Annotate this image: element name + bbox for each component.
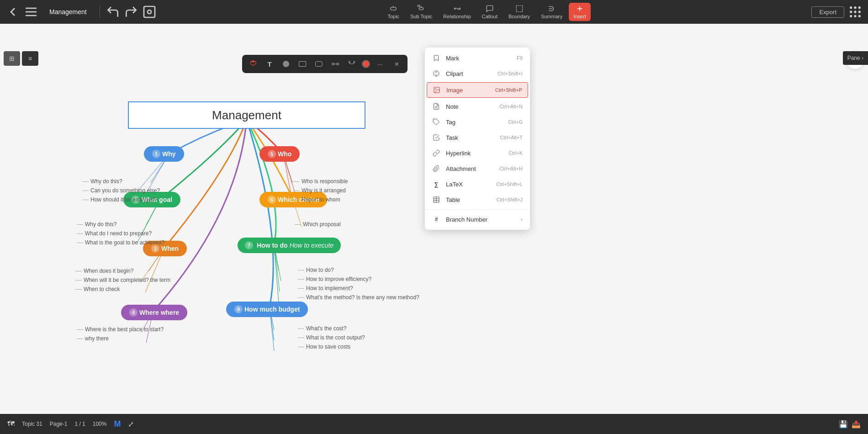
float-toolbar: T ··· ✕ bbox=[242, 55, 408, 73]
ft-circle-button[interactable] bbox=[280, 58, 292, 70]
dd-note-label: Note bbox=[446, 103, 494, 110]
ft-color-picker[interactable] bbox=[362, 60, 370, 68]
whatgoal-subitem-2: What do I need to prepare? bbox=[77, 230, 164, 237]
dd-attachment-label: Attachment bbox=[446, 165, 494, 172]
app-title: Management bbox=[42, 8, 94, 16]
topic-count: Topic 31 bbox=[22, 421, 42, 427]
back-button[interactable] bbox=[5, 5, 20, 19]
why-subitems: Why do this? Can you do something else? … bbox=[82, 178, 160, 206]
dd-clipart[interactable]: Clipart Ctrl+Shift+I bbox=[425, 66, 530, 81]
why-subitem-1: Why do this? bbox=[82, 178, 160, 185]
who-subitem-1: Who is responsible bbox=[293, 178, 348, 185]
svg-point-27 bbox=[337, 63, 339, 65]
dd-attachment[interactable]: Attachment Ctrl+Alt+H bbox=[425, 161, 530, 176]
node-howmuchbudget[interactable]: 8 How much budget bbox=[226, 302, 308, 317]
svg-point-29 bbox=[349, 61, 350, 63]
node-howtodo-sublabel: How to execute bbox=[290, 242, 334, 249]
tool-callout[interactable]: Callout bbox=[477, 3, 502, 21]
tool-subtopic[interactable]: Sub Topic bbox=[406, 3, 437, 21]
svg-rect-3 bbox=[144, 6, 155, 17]
tool-relationship[interactable]: Relationship bbox=[439, 3, 476, 21]
when-subitem-2: When will it be completed? the term bbox=[75, 277, 170, 283]
grid-view-button[interactable]: ⊞ bbox=[4, 51, 20, 66]
attachment-icon bbox=[432, 164, 440, 173]
apps-button[interactable] bbox=[848, 5, 863, 19]
expand-button[interactable]: ⤢ bbox=[128, 420, 134, 429]
whichchoice-subitem-1: Which proposal bbox=[295, 221, 341, 228]
dd-note[interactable]: Note Ctrl+Alt+N bbox=[425, 99, 530, 114]
ft-text-button[interactable]: T bbox=[263, 58, 276, 70]
when-subitems: When does it begin? When will it be comp… bbox=[75, 268, 170, 295]
canvas[interactable]: ⊞ ≡ T ··· ✕ bbox=[0, 24, 868, 434]
share-status-button[interactable]: 📤 bbox=[852, 420, 861, 429]
node-where-label: Where where bbox=[139, 309, 179, 316]
ft-close-button[interactable]: ✕ bbox=[390, 58, 403, 70]
node-who[interactable]: 5 Who bbox=[259, 146, 300, 162]
ft-rounded-rect-button[interactable] bbox=[312, 58, 325, 70]
tool-summary[interactable]: Summary bbox=[536, 3, 567, 21]
tool-boundary[interactable]: Boundary bbox=[504, 3, 535, 21]
node-who-num: 5 bbox=[268, 150, 276, 158]
tool-relationship-label: Relationship bbox=[443, 14, 471, 19]
whichchoice-subitems: Which proposal bbox=[295, 221, 341, 230]
list-view-button[interactable]: ≡ bbox=[22, 51, 38, 66]
dd-clipart-label: Clipart bbox=[446, 70, 492, 77]
node-where[interactable]: 4 Where where bbox=[121, 305, 187, 320]
svg-point-24 bbox=[854, 15, 856, 17]
ft-style-button[interactable] bbox=[247, 58, 259, 70]
tool-topic-label: Topic bbox=[387, 14, 399, 19]
pane-label[interactable]: Pane › bbox=[843, 51, 868, 65]
branchnumber-icon: # bbox=[432, 215, 440, 223]
save-status-button[interactable]: 💾 bbox=[839, 420, 848, 429]
tool-insert[interactable]: Insert bbox=[569, 3, 591, 21]
when-subitem-3: When to check bbox=[75, 286, 170, 292]
dd-table[interactable]: Table Ctrl+Shift+J bbox=[425, 192, 530, 207]
dd-image-shortcut: Ctrl+Shift+P bbox=[495, 87, 522, 93]
save-button[interactable] bbox=[142, 5, 157, 19]
svg-rect-5 bbox=[391, 7, 396, 10]
tool-callout-label: Callout bbox=[482, 14, 498, 19]
howtodo-subitem-3: How to implement? bbox=[298, 285, 419, 291]
export-button[interactable]: Export bbox=[811, 6, 844, 18]
node-howmuchbudget-num: 8 bbox=[234, 305, 243, 313]
why-subitem-2: Can you do something else? bbox=[82, 187, 160, 194]
ft-branch-button[interactable] bbox=[345, 58, 358, 70]
ft-rect-button[interactable] bbox=[296, 58, 309, 70]
dd-note-shortcut: Ctrl+Alt+N bbox=[499, 104, 523, 109]
svg-line-42 bbox=[274, 245, 279, 302]
brand-logo: M bbox=[114, 419, 121, 429]
dd-latex[interactable]: ∑ LaTeX Ctrl+Shift+L bbox=[425, 176, 530, 192]
central-topic[interactable]: Management bbox=[128, 101, 365, 129]
dd-hyperlink[interactable]: Hyperlink Ctrl+K bbox=[425, 145, 530, 161]
menu-button[interactable] bbox=[24, 5, 38, 19]
svg-point-10 bbox=[454, 8, 455, 10]
node-why[interactable]: 1 Why bbox=[144, 146, 184, 162]
howtodo-subitem-4: What's the method? Is there any new meth… bbox=[298, 294, 419, 301]
node-howtodo-num: 7 bbox=[245, 241, 253, 249]
howtodo-subitem-1: How to do? bbox=[298, 267, 419, 273]
dd-mark[interactable]: Mark F9 bbox=[425, 50, 530, 66]
ft-connect-button[interactable] bbox=[329, 58, 342, 70]
dd-task[interactable]: Task Ctrl+Alt+T bbox=[425, 130, 530, 145]
redo-button[interactable] bbox=[124, 5, 138, 19]
svg-point-30 bbox=[354, 61, 355, 63]
svg-point-26 bbox=[332, 63, 334, 65]
tool-topic[interactable]: Topic bbox=[383, 3, 404, 21]
map-icon-button[interactable]: 🗺 bbox=[7, 420, 15, 428]
dd-divider bbox=[425, 209, 530, 210]
node-howtodo[interactable]: 7 How to do How to execute bbox=[238, 238, 341, 253]
dd-branchnumber[interactable]: # Branch Number › bbox=[425, 212, 530, 227]
dd-tag-shortcut: Ctrl+G bbox=[508, 119, 523, 125]
dd-latex-label: LaTeX bbox=[446, 181, 491, 188]
task-icon bbox=[432, 133, 440, 142]
ft-more-button[interactable]: ··· bbox=[374, 58, 386, 70]
hyperlink-icon bbox=[432, 149, 440, 157]
dd-task-shortcut: Ctrl+Alt+T bbox=[500, 135, 523, 140]
who-subitem-3: Report to whom bbox=[293, 196, 348, 203]
zoom-level: 100% bbox=[93, 421, 107, 427]
dd-image[interactable]: Image Ctrl+Shift+P bbox=[427, 82, 528, 98]
undo-button[interactable] bbox=[106, 5, 120, 19]
node-howmuchbudget-label: How much budget bbox=[244, 306, 300, 313]
svg-point-25 bbox=[858, 15, 861, 17]
dd-tag[interactable]: Tag Ctrl+G bbox=[425, 114, 530, 130]
